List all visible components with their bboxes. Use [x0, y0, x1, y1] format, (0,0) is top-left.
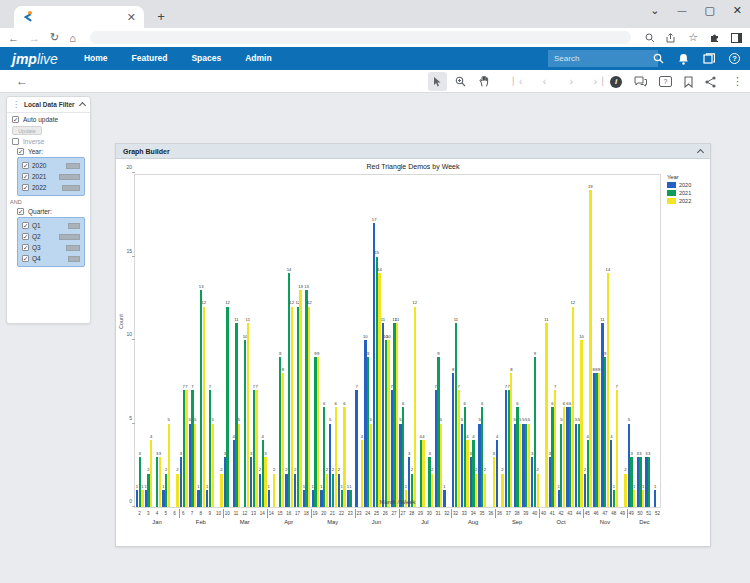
bar-2022-week-46[interactable] — [598, 373, 600, 507]
window-maximize-icon[interactable]: ▢ — [704, 4, 714, 17]
share-page-icon[interactable] — [666, 33, 677, 43]
filter-item-checkbox[interactable]: ✓ — [22, 162, 29, 169]
bar-2022-week-47[interactable] — [607, 273, 609, 507]
filter-item-q3[interactable]: ✓Q3 — [21, 242, 81, 253]
bookmark-star-icon[interactable]: ☆ — [688, 31, 698, 44]
filter-item-checkbox[interactable]: ✓ — [22, 184, 29, 191]
bar-2022-week-23[interactable] — [361, 440, 363, 507]
share-icon[interactable] — [705, 76, 716, 88]
bar-2022-week-38[interactable] — [519, 424, 521, 508]
filter-item-checkbox[interactable]: ✓ — [22, 244, 29, 251]
search-input[interactable] — [554, 54, 640, 63]
auto-update-checkbox[interactable]: ✓ — [12, 116, 19, 123]
legend-entry-2020[interactable]: 2020 — [667, 182, 711, 188]
bar-2022-week-41[interactable] — [554, 390, 556, 507]
bar-2022-week-39[interactable] — [528, 424, 530, 508]
nav-item-home[interactable]: Home — [72, 47, 120, 70]
window-minimize-icon[interactable]: — — [677, 6, 686, 16]
bar-2022-week-3[interactable] — [150, 440, 152, 507]
browser-home-icon[interactable]: ⌂ — [69, 32, 76, 44]
bar-2022-week-8[interactable] — [203, 307, 205, 507]
nav-item-spaces[interactable]: Spaces — [179, 47, 233, 70]
filter-item-q1[interactable]: ✓Q1 — [21, 220, 81, 231]
bar-2022-week-43[interactable] — [572, 307, 574, 507]
bar-2022-week-16[interactable] — [291, 307, 293, 507]
bar-2022-week-18[interactable] — [308, 307, 310, 507]
browser-forward-icon[interactable]: → — [29, 32, 40, 44]
filter-group-checkbox[interactable]: ✓ — [17, 148, 24, 155]
tab-close-icon[interactable]: ✕ — [127, 12, 136, 23]
bar-2022-week-17[interactable] — [299, 290, 301, 507]
legend-entry-2022[interactable]: 2022 — [667, 198, 711, 204]
legend-entry-2021[interactable]: 2021 — [667, 190, 711, 196]
library-book-icon[interactable] — [703, 53, 715, 64]
bar-2022-week-15[interactable] — [282, 373, 284, 507]
bar-2022-week-9[interactable] — [212, 424, 214, 508]
zoom-search-icon[interactable] — [645, 33, 655, 43]
last-page-icon[interactable]: ›▕ — [589, 72, 608, 91]
bar-2022-week-24[interactable] — [370, 424, 372, 508]
grabber-hand-icon[interactable] — [474, 72, 493, 91]
browser-back-icon[interactable]: ← — [8, 32, 19, 44]
url-bar[interactable] — [90, 31, 631, 44]
more-options-icon[interactable]: ⋮ — [728, 72, 747, 91]
bar-2022-week-6[interactable] — [185, 390, 187, 507]
filter-item-q4[interactable]: ✓Q4 — [21, 253, 81, 264]
extensions-puzzle-icon[interactable] — [709, 32, 720, 43]
bar-2022-week-40[interactable] — [545, 323, 547, 507]
update-button[interactable]: Update — [12, 126, 42, 135]
bar-2022-week-45[interactable] — [589, 190, 591, 507]
jmp-live-logo[interactable]: jmplive — [12, 51, 58, 67]
browser-tab[interactable]: ✕ — [14, 6, 144, 28]
inverse-checkbox[interactable]: ✓ — [12, 138, 19, 145]
bar-2022-week-22[interactable] — [343, 407, 345, 507]
comments-icon[interactable] — [634, 76, 647, 87]
bar-2022-week-44[interactable] — [580, 340, 582, 507]
search-box[interactable] — [548, 50, 658, 67]
presentation-icon[interactable]: ? — [659, 76, 672, 87]
nav-item-featured[interactable]: Featured — [120, 47, 180, 70]
side-panel-icon[interactable] — [731, 33, 742, 43]
bar-2022-week-5[interactable] — [168, 424, 170, 508]
prev-page-icon[interactable]: ‹ — [535, 72, 554, 91]
bar-2022-week-27[interactable] — [396, 323, 398, 507]
filter-group-checkbox[interactable]: ✓ — [17, 208, 24, 215]
filter-item-2022[interactable]: ✓2022 — [21, 182, 81, 193]
filter-item-checkbox[interactable]: ✓ — [22, 173, 29, 180]
browser-reload-icon[interactable]: ↻ — [50, 31, 59, 44]
bar-2022-week-42[interactable] — [563, 407, 565, 507]
help-icon[interactable]: ? — [729, 53, 740, 64]
filter-collapse-icon[interactable] — [79, 102, 86, 109]
filter-item-checkbox[interactable]: ✓ — [22, 233, 29, 240]
bar-2022-week-7[interactable] — [194, 424, 196, 508]
filter-item-checkbox[interactable]: ✓ — [22, 222, 29, 229]
window-close-icon[interactable]: ✕ — [733, 4, 742, 17]
window-menu-icon[interactable]: ⌄ — [650, 4, 659, 17]
bar-2022-week-29[interactable] — [422, 440, 424, 507]
filter-item-2020[interactable]: ✓2020 — [21, 160, 81, 171]
bar-2022-week-12[interactable] — [247, 323, 249, 507]
bar-2022-week-32[interactable] — [458, 390, 460, 507]
bar-2022-week-48[interactable] — [616, 390, 618, 507]
bar-2022-week-26[interactable] — [387, 340, 389, 507]
new-tab-button[interactable]: + — [152, 8, 170, 26]
notifications-bell-icon[interactable] — [678, 53, 689, 65]
bar-2020-week-36[interactable] — [496, 440, 498, 507]
details-info-icon[interactable]: i — [610, 76, 622, 88]
plot-area[interactable]: 0510152021313124433512562Jan637775758113… — [134, 174, 661, 508]
graph-collapse-icon[interactable] — [697, 149, 704, 156]
bookmark-icon[interactable] — [684, 76, 693, 88]
report-back-icon[interactable]: ← — [16, 74, 28, 88]
filter-item-2021[interactable]: ✓2021 — [21, 171, 81, 182]
bar-2022-week-37[interactable] — [510, 373, 512, 507]
bar-2022-week-11[interactable] — [238, 424, 240, 508]
zoom-tool-icon[interactable] — [451, 72, 470, 91]
bar-2020-week-23[interactable] — [355, 390, 357, 507]
next-page-icon[interactable]: › — [562, 72, 581, 91]
bar-2022-week-21[interactable] — [335, 407, 337, 507]
search-icon[interactable] — [653, 53, 664, 64]
nav-item-admin[interactable]: Admin — [233, 47, 283, 70]
bar-2022-week-31[interactable] — [440, 424, 442, 508]
bar-2022-week-13[interactable] — [255, 390, 257, 507]
drag-grip-icon[interactable]: ⋮ — [12, 100, 20, 109]
